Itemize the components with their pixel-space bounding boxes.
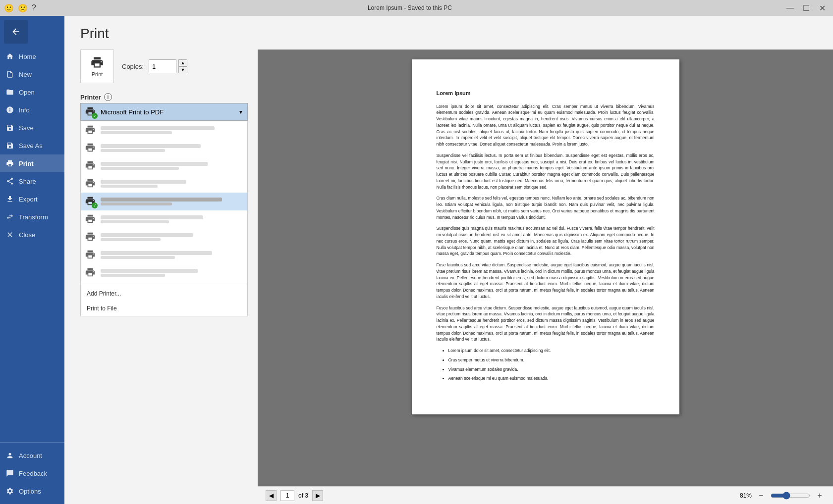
printer-list-item[interactable] [81,121,247,139]
zoom-out-button[interactable]: − [756,490,767,501]
printer-item-icon [85,249,96,260]
sidebar-label-feedback: Feedback [19,470,47,477]
printer-list-item[interactable] [81,175,247,193]
sidebar-label-new: New [19,71,32,78]
close-nav-icon [6,231,14,239]
zoom-in-button[interactable]: + [814,490,825,501]
printer-info-icon[interactable]: i [104,93,112,101]
sidebar: Home New Open Info Save Save As [0,16,64,504]
add-printer-label: Add Printer... [87,290,121,297]
printer-section-label: Printer i [80,93,248,101]
sidebar-item-home[interactable]: Home [0,48,64,65]
print-nav-icon [6,159,14,167]
preview-list-item: Vivamus elementum sodales gravida. [448,366,655,373]
print-preview: Lorem Ipsum Lorem ipsum dolor sit amet, … [258,50,833,504]
printer-icon-wrap [85,267,97,279]
open-icon [6,88,14,96]
copies-label: Copies: [122,63,144,70]
sidebar-label-close: Close [19,231,35,239]
copies-down-btn[interactable]: ▼ [178,66,187,73]
sidebar-bottom: Account Feedback Options [0,442,64,504]
printer-selected-check: ✓ [92,202,98,208]
preview-para-5: Fuse faucibus sed arcu vitae dictum. Sus… [437,262,655,300]
printer-item-icon [85,124,96,135]
sidebar-label-info: Info [19,106,30,114]
sidebar-item-close[interactable]: Close [0,226,64,244]
preview-list-item: Cras semper metus ut viverra bibendum. [448,357,655,363]
preview-list-item: Lorem ipsum dolor sit amet, consectetur … [448,348,655,354]
sidebar-item-print[interactable]: Print [0,154,64,172]
printer-list-item-selected[interactable]: ✓ [81,193,247,210]
sidebar-label-share: Share [19,178,36,185]
options-icon [6,487,14,495]
print-area: Print Print Copies: [64,16,833,504]
printer-list-item[interactable] [81,139,247,157]
sidebar-label-save: Save [19,124,34,132]
printer-dropdown[interactable]: ✓ Microsoft Print to PDF ▼ [80,103,248,121]
printer-item-icon [85,213,96,224]
sidebar-label-saveas: Save As [19,142,43,150]
titlebar-controls: — ☐ ✕ [783,1,829,15]
add-printer-action[interactable]: Add Printer... [81,286,247,301]
printer-name-block [101,125,243,135]
printer-list-item[interactable] [81,210,247,228]
feedback-icon [6,469,14,477]
printer-gray-bar2-selected [101,202,172,205]
next-page-button[interactable]: ▶ [312,490,323,501]
printer-dropdown-name: Microsoft Print to PDF [101,108,164,116]
prev-page-button[interactable]: ◀ [266,490,277,501]
print-title: Print [80,26,817,42]
printer-name-block [101,250,243,260]
sidebar-item-feedback[interactable]: Feedback [0,464,64,482]
maximize-button[interactable]: ☐ [799,1,813,15]
saveas-icon [6,142,14,150]
printer-gray-bar [101,251,212,255]
print-button[interactable]: Print [80,50,114,83]
sidebar-item-saveas[interactable]: Save As [0,137,64,154]
printer-dropdown-content: ✓ Microsoft Print to PDF [85,106,164,118]
sidebar-item-share[interactable]: Share [0,172,64,190]
sidebar-item-transform[interactable]: Transform [0,208,64,226]
print-btn-label: Print [92,71,103,77]
preview-list-item: Aenean scelerisque mi eu quam euismod ma… [448,375,655,382]
printer-dropdown-icon-wrap: ✓ [85,106,97,118]
printer-name-block-selected [101,197,243,206]
printer-list-divider [81,284,247,284]
copies-input[interactable] [149,59,176,73]
printer-name-block [101,214,243,224]
sidebar-item-new[interactable]: New [0,65,64,83]
sidebar-item-save[interactable]: Save [0,119,64,137]
sidebar-item-export[interactable]: Export [0,190,64,208]
printer-gray-bar [101,126,215,130]
main-content: Print Print Copies: [64,16,833,504]
print-header: Print [64,16,833,50]
sidebar-item-options[interactable]: Options [0,482,64,500]
print-to-file-action[interactable]: Print to File [81,301,247,316]
zoom-level-label: 81% [740,492,752,499]
printer-list-item[interactable] [81,228,247,246]
titlebar-title: Lorem Ipsum - Saved to this PC [36,4,783,11]
preview-para-4: Suspendisse quis magna quis mauris maxim… [437,225,655,257]
printer-item-icon [85,178,96,189]
share-icon [6,177,14,185]
printer-item-icon [85,231,96,242]
smiley-icon: 🙂 [4,3,14,13]
preview-para-2: Suspendisse vel facilisis lectus. In por… [437,152,655,191]
preview-scroll-area[interactable]: Lorem Ipsum Lorem ipsum dolor sit amet, … [258,50,833,486]
sidebar-item-info[interactable]: Info [0,101,64,119]
printer-list: ✓ [80,121,248,316]
printer-name-block [101,161,243,171]
printer-list-item[interactable] [81,264,247,282]
sidebar-item-open[interactable]: Open [0,83,64,101]
copies-up-btn[interactable]: ▲ [178,59,187,66]
titlebar-left: 🙂 🙁 ? [4,3,36,13]
printer-list-item[interactable] [81,246,247,264]
close-button[interactable]: ✕ [815,1,829,15]
current-page-input[interactable] [280,490,294,501]
printer-list-item[interactable] [81,157,247,175]
back-button[interactable] [4,20,28,44]
sidebar-item-account[interactable]: Account [0,447,64,464]
minimize-button[interactable]: — [783,1,797,15]
sidebar-label-print: Print [19,160,34,167]
zoom-slider[interactable] [771,492,810,500]
